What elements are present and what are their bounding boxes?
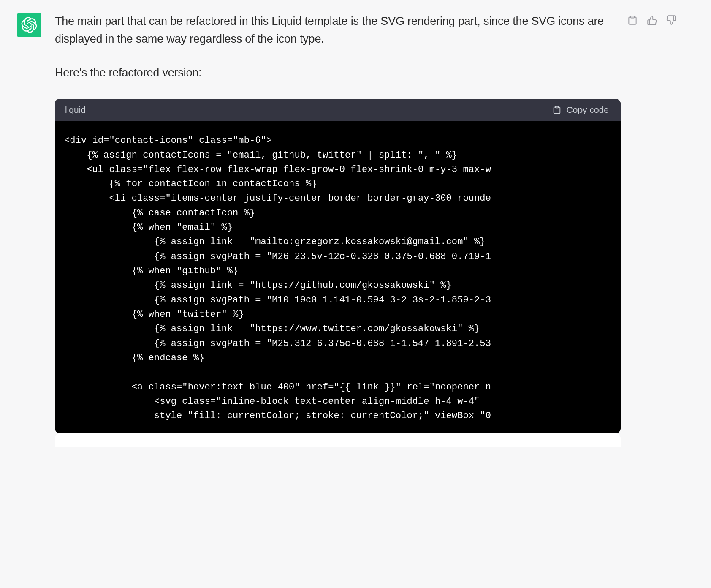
clipboard-icon — [627, 15, 638, 26]
svg-rect-1 — [631, 16, 635, 18]
clipboard-icon — [552, 105, 562, 114]
code-block: liquid Copy code <div id="contact-icons"… — [55, 99, 621, 433]
thumbs-down-button[interactable] — [665, 14, 677, 26]
thumbs-down-icon — [666, 15, 677, 26]
bottom-panel — [55, 433, 621, 447]
intro-paragraph: The main part that can be refactored in … — [55, 13, 621, 48]
subtext-paragraph: Here's the refactored version: — [55, 64, 621, 82]
thumbs-up-icon — [646, 15, 657, 26]
copy-code-button[interactable]: Copy code — [552, 105, 609, 115]
svg-rect-0 — [555, 106, 558, 108]
copy-message-button[interactable] — [627, 14, 638, 26]
message-content: The main part that can be refactored in … — [55, 13, 621, 447]
assistant-logo-icon — [21, 17, 37, 33]
message-actions — [627, 14, 677, 26]
copy-code-label: Copy code — [567, 105, 609, 115]
code-header: liquid Copy code — [55, 99, 621, 121]
assistant-message-row: The main part that can be refactored in … — [17, 13, 694, 447]
thumbs-up-button[interactable] — [646, 14, 658, 26]
code-content[interactable]: <div id="contact-icons" class="mb-6"> {%… — [55, 121, 621, 433]
code-language-label: liquid — [65, 105, 86, 115]
assistant-avatar — [17, 13, 41, 37]
